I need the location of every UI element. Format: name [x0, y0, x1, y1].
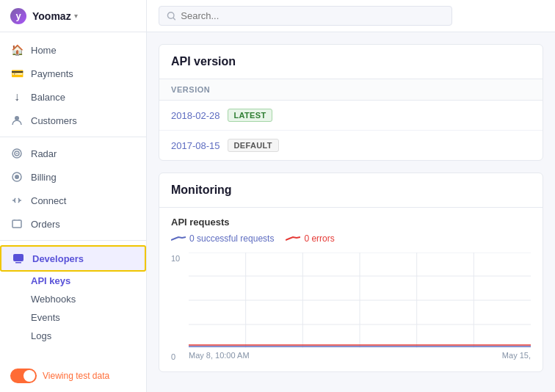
sidebar-item-label: Balance	[31, 92, 65, 103]
logo-letter: y	[15, 10, 21, 21]
api-version-title: API version	[159, 45, 543, 79]
sidebar-item-label: Customers	[31, 115, 77, 126]
sub-nav-item-logs[interactable]: Logs	[31, 327, 146, 345]
search-box[interactable]	[159, 6, 452, 26]
connect-icon	[10, 194, 23, 207]
sidebar-item-payments[interactable]: 💳 Payments	[0, 62, 146, 85]
test-data-label: Viewing test data	[43, 371, 109, 381]
sidebar-item-connect[interactable]: Connect	[0, 189, 146, 212]
api-version-column-header: VERSION	[159, 79, 543, 101]
api-version-row-0[interactable]: 2018-02-28 LATEST	[159, 101, 543, 131]
y-label-max: 10	[171, 254, 180, 263]
brand-name: Yoomaz	[32, 10, 71, 22]
sidebar-item-label: Home	[31, 45, 57, 56]
chart-legend: 0 successful requests 0 errors	[171, 233, 531, 244]
svg-rect-7	[13, 254, 23, 261]
svg-rect-8	[15, 262, 21, 264]
sub-nav-item-webhooks[interactable]: Webhooks	[31, 290, 146, 308]
sub-nav-item-api-keys[interactable]: API keys	[31, 272, 146, 290]
sidebar-item-developers[interactable]: Developers	[0, 245, 146, 272]
legend-success-label: 0 successful requests	[189, 233, 274, 244]
sub-nav-developers: API keys Webhooks Events Logs	[0, 272, 146, 345]
chart-x-labels: May 8, 10:00 AM May 15,	[189, 348, 531, 363]
y-axis-labels: 10 0	[171, 253, 180, 363]
sidebar-item-label: Developers	[32, 253, 84, 264]
nav-section-main: 🏠 Home 💳 Payments ↓ Balance Customers	[0, 32, 146, 351]
chart-svg	[189, 253, 531, 348]
balance-icon: ↓	[10, 90, 23, 104]
api-version-badge-0: LATEST	[228, 109, 273, 122]
nav-divider-2	[0, 240, 146, 241]
search-input[interactable]	[181, 10, 444, 21]
chart-wrapper: 10 0	[171, 253, 531, 363]
toggle-knob	[23, 370, 35, 382]
sidebar-item-customers[interactable]: Customers	[0, 109, 146, 132]
sidebar-item-orders[interactable]: Orders	[0, 212, 146, 236]
home-icon: 🏠	[10, 43, 23, 57]
brand-chevron-icon: ▾	[74, 12, 78, 20]
sidebar-item-label: Orders	[31, 219, 60, 230]
api-version-card: API version VERSION 2018-02-28 LATEST 20…	[159, 44, 543, 161]
sidebar-item-label: Billing	[31, 172, 57, 183]
x-label-end: May 15,	[502, 351, 531, 360]
radar-icon	[10, 147, 23, 160]
sidebar-item-balance[interactable]: ↓ Balance	[0, 85, 146, 109]
search-icon	[167, 11, 176, 21]
y-label-min: 0	[171, 352, 180, 361]
nav-divider-1	[0, 137, 146, 137]
monitoring-header: Monitoring	[159, 173, 543, 208]
chart-area	[189, 253, 531, 348]
svg-rect-6	[12, 220, 21, 228]
content-area: API version VERSION 2018-02-28 LATEST 20…	[147, 32, 555, 392]
svg-point-3	[16, 153, 18, 154]
api-version-date-1: 2017-08-15	[171, 140, 220, 151]
developers-icon	[12, 252, 25, 265]
legend-errors-label: 0 errors	[304, 233, 334, 244]
test-data-toggle-row: Viewing test data	[0, 363, 146, 389]
customers-icon	[10, 114, 23, 127]
billing-icon	[10, 170, 23, 184]
error-line-icon	[286, 234, 300, 243]
sidebar-item-billing[interactable]: Billing	[0, 165, 146, 189]
orders-icon	[10, 217, 23, 231]
brand-logo: y	[10, 8, 26, 24]
api-version-row-1[interactable]: 2017-08-15 DEFAULT	[159, 131, 543, 160]
monitoring-title: Monitoring	[171, 184, 531, 197]
payments-icon: 💳	[10, 67, 23, 80]
legend-errors: 0 errors	[286, 233, 334, 244]
test-data-toggle[interactable]	[10, 369, 37, 383]
svg-point-0	[15, 116, 19, 120]
main-content: API version VERSION 2018-02-28 LATEST 20…	[147, 0, 555, 392]
svg-point-5	[15, 175, 19, 179]
sidebar-item-home[interactable]: 🏠 Home	[0, 38, 146, 62]
sidebar-item-radar[interactable]: Radar	[0, 142, 146, 165]
legend-success: 0 successful requests	[171, 233, 274, 244]
sidebar-item-label: Payments	[31, 68, 73, 79]
sidebar-header: y Yoomaz ▾	[0, 0, 146, 32]
api-version-badge-1: DEFAULT	[228, 139, 279, 152]
sub-nav-item-events[interactable]: Events	[31, 308, 146, 327]
api-requests-section: API requests 0 successful requests 0 err…	[159, 208, 543, 371]
success-line-icon	[171, 234, 186, 243]
api-version-date-0: 2018-02-28	[171, 110, 220, 121]
monitoring-card: Monitoring API requests 0 successful req…	[159, 173, 543, 372]
sidebar-item-label: Connect	[31, 195, 66, 206]
topbar	[147, 0, 555, 32]
sidebar: y Yoomaz ▾ 🏠 Home 💳 Payments ↓ Balance C…	[0, 0, 147, 392]
x-label-start: May 8, 10:00 AM	[189, 351, 250, 360]
api-requests-label: API requests	[171, 217, 531, 228]
sidebar-item-label: Radar	[31, 148, 57, 159]
